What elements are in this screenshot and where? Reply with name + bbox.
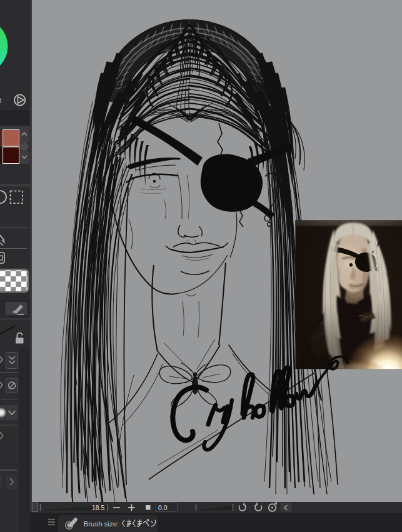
svg-text:0: 0 [0,97,1,104]
svg-text:0.0: 0.0 [158,503,168,511]
svg-text:Brush size:: Brush size: [84,520,119,528]
svg-text:18.5: 18.5 [92,503,105,511]
